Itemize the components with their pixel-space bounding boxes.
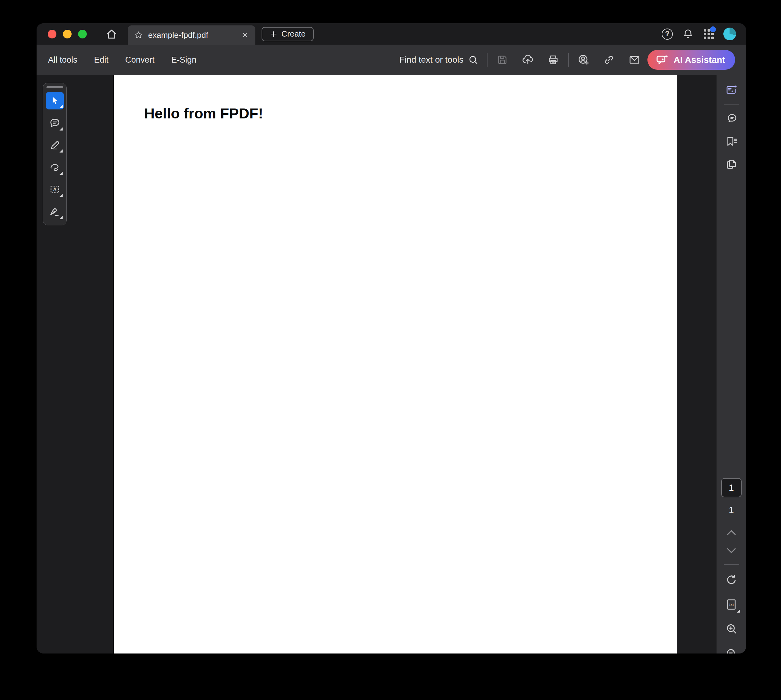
text-select-icon: A [49,183,61,196]
panel-drag-handle[interactable] [47,86,63,88]
comments-panel-button[interactable] [723,110,739,127]
cloud-upload-icon [521,53,534,66]
help-glyph: ? [665,30,669,38]
add-user-icon [577,53,590,66]
rail-panels [716,75,746,179]
ai-summary-button[interactable] [723,82,739,98]
toolbar: All tools Edit Convert E-Sign Find text … [37,45,746,75]
search-icon [468,54,479,65]
create-button[interactable]: Create [261,27,314,41]
add-user-button[interactable] [577,53,590,67]
actual-size-icon: 1:1 [724,598,738,611]
toolbar-menus: All tools Edit Convert E-Sign [47,53,197,67]
bookmark-icon [725,135,738,148]
help-icon: ? [662,28,673,40]
fullscreen-window-button[interactable] [78,30,87,38]
comment-icon [49,117,61,129]
menu-convert[interactable]: Convert [125,53,155,67]
svg-text:A: A [53,187,57,193]
notifications-button[interactable] [681,28,694,41]
page-thumbnails-button[interactable] [723,156,739,172]
page-count-label: 1 [729,505,734,515]
actual-size-label: 1:1 [729,603,734,607]
bookmarks-panel-button[interactable] [723,133,739,150]
quick-tools-panel: A [43,83,67,225]
apps-grid-icon [703,28,715,40]
ai-summary-icon [725,83,738,97]
home-icon [105,28,118,41]
fill-sign-tool-button[interactable] [46,203,64,220]
comment-tool-button[interactable] [46,114,64,132]
select-cursor-icon [50,95,60,106]
save-button[interactable] [496,53,509,67]
highlight-tool-button[interactable] [46,137,64,154]
star-icon[interactable] [134,30,143,40]
flyout-indicator [60,127,63,130]
pdf-heading-text: Hello from FPDF! [144,105,263,122]
account-avatar[interactable] [723,28,736,41]
ai-assistant-label: AI Assistant [673,55,725,65]
page-navigation-controls: 1 [716,478,746,653]
page-thumbnails-icon [725,158,738,171]
share-upload-button[interactable] [521,53,535,67]
close-window-button[interactable] [48,30,57,38]
rail-divider [724,105,739,105]
link-icon [603,53,615,66]
rotate-page-button[interactable] [723,572,739,588]
titlebar-right-actions: ? [661,28,736,41]
tab-title: example-fpdf.pdf [148,30,236,40]
home-button[interactable] [104,27,119,42]
actual-size-button[interactable]: 1:1 [723,597,739,613]
print-icon [547,53,560,66]
traffic-lights [48,30,87,38]
zoom-out-button[interactable] [723,645,739,653]
notification-dot [710,27,716,32]
next-page-button[interactable] [726,547,737,555]
flyout-indicator [60,150,63,153]
pdf-page[interactable]: Hello from FPDF! [114,75,677,653]
link-button[interactable] [602,53,616,67]
menu-esign[interactable]: E-Sign [171,53,197,67]
document-view: Hello from FPDF! [37,75,746,653]
flyout-indicator [60,172,63,175]
print-button[interactable] [546,53,560,67]
zoom-in-button[interactable] [723,621,739,637]
document-tab[interactable]: example-fpdf.pdf [128,25,255,45]
email-button[interactable] [628,53,641,67]
toolbar-divider [568,53,569,67]
avatar [723,28,736,40]
help-button[interactable]: ? [661,28,674,41]
highlighter-icon [49,139,61,151]
flyout-indicator [60,194,63,197]
flyout-indicator [737,610,740,613]
text-select-tool-button[interactable]: A [46,181,64,198]
plus-icon [270,30,278,38]
draw-lasso-icon [49,161,61,173]
page-number-input[interactable] [721,478,742,497]
close-tab-icon[interactable] [241,31,249,39]
comments-panel-icon [725,112,738,125]
save-icon [496,54,508,66]
select-tool-button[interactable] [46,92,64,110]
minimize-window-button[interactable] [63,30,72,38]
fill-sign-icon [49,205,61,218]
rotate-icon [725,573,738,586]
ai-sparkle-chat-icon [656,53,669,67]
zoom-out-icon [725,647,738,653]
ai-assistant-button[interactable]: AI Assistant [648,50,735,70]
find-text-button[interactable]: Find text or tools [399,54,479,65]
titlebar: example-fpdf.pdf Create ? [37,23,746,45]
acrobat-window: example-fpdf.pdf Create ? [37,23,746,653]
bell-icon [682,28,694,40]
draw-tool-button[interactable] [46,158,64,176]
flyout-indicator [60,216,63,219]
find-text-label: Find text or tools [399,55,463,65]
flyout-indicator [60,105,63,108]
mail-icon [628,53,641,66]
menu-all-tools[interactable]: All tools [47,53,78,67]
toolbar-divider [487,53,488,67]
app-switcher-button[interactable] [702,28,715,41]
toolbar-right-actions: Find text or tools [399,50,735,70]
menu-edit[interactable]: Edit [93,53,110,67]
previous-page-button[interactable] [726,528,737,536]
